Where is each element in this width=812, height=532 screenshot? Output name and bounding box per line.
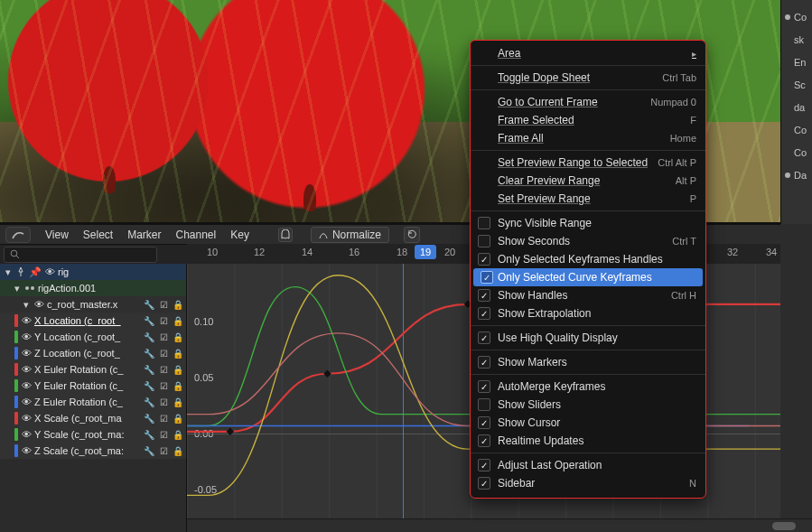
normalize-button[interactable]: Normalize: [311, 227, 389, 243]
menu-item[interactable]: Only Selected Keyframes Handles: [471, 250, 705, 268]
checkbox-icon[interactable]: ☑: [157, 412, 170, 425]
eye-icon[interactable]: 👁: [20, 315, 33, 326]
checkbox-icon[interactable]: ☑: [157, 444, 170, 457]
eye-icon[interactable]: 👁: [20, 429, 33, 440]
lock-icon[interactable]: 🔒: [172, 331, 184, 343]
editor-type-dropdown[interactable]: [5, 227, 31, 243]
tree-row-object[interactable]: ▾ 👁 c_root_master.x 🔧 ☑ 🔒: [0, 296, 186, 313]
menu-item[interactable]: Set Preview Range to SelectedCtrl Alt P: [471, 154, 705, 172]
property-link[interactable]: Da: [785, 163, 808, 186]
menu-marker[interactable]: Marker: [127, 229, 161, 241]
menu-item[interactable]: Show Extrapolation: [471, 304, 705, 322]
lock-icon[interactable]: 🔒: [172, 379, 184, 392]
wrench-icon[interactable]: 🔧: [143, 363, 155, 376]
eye-icon[interactable]: 👁: [43, 266, 56, 277]
property-link[interactable]: sk: [785, 28, 808, 51]
scrollbar-thumb[interactable]: [772, 522, 796, 530]
eye-icon[interactable]: 👁: [20, 445, 33, 456]
menu-key[interactable]: Key: [230, 229, 249, 241]
refresh-icon[interactable]: [404, 227, 420, 243]
channel-row[interactable]: 👁X Scale (c_root_ma🔧☑🔒: [0, 410, 186, 426]
channel-panel[interactable]: ▾ 📌 👁 rig ▾ rigAction.001 ▾ 👁 c_root_mas…: [0, 264, 187, 532]
menu-item[interactable]: Use High Quality Display: [471, 329, 705, 347]
wrench-icon[interactable]: 🔧: [143, 412, 155, 425]
menu-item[interactable]: Show HandlesCtrl H: [471, 286, 705, 304]
channel-row[interactable]: 👁X Euler Rotation (c_🔧☑🔒: [0, 361, 186, 378]
menu-item[interactable]: Realtime Updates: [471, 432, 705, 450]
playhead-frame-badge[interactable]: 19: [415, 245, 436, 259]
keyframe-handle[interactable]: [227, 428, 234, 435]
menu-item[interactable]: Set Preview RangeP: [471, 190, 705, 208]
wrench-icon[interactable]: 🔧: [143, 314, 155, 327]
menu-select[interactable]: Select: [83, 229, 113, 241]
tree-row-action[interactable]: ▾ rigAction.001: [0, 280, 186, 296]
checkbox-icon[interactable]: ☑: [157, 396, 170, 408]
channel-row[interactable]: 👁X Location (c_root_🔧☑🔒: [0, 313, 186, 329]
menu-item[interactable]: SidebarN: [471, 474, 705, 492]
menu-view[interactable]: View: [45, 229, 69, 241]
lock-icon[interactable]: 🔒: [172, 444, 184, 457]
wrench-icon[interactable]: 🔧: [143, 298, 155, 311]
menu-channel[interactable]: Channel: [176, 229, 217, 241]
checkbox-icon[interactable]: ☑: [157, 314, 170, 327]
ghost-icon[interactable]: [278, 228, 293, 242]
property-link[interactable]: da: [785, 96, 808, 118]
menu-item[interactable]: Clear Preview RangeAlt P: [471, 172, 705, 190]
menu-item[interactable]: Area▸: [471, 44, 705, 62]
property-link[interactable]: Co: [785, 5, 808, 28]
channel-row[interactable]: 👁Y Scale (c_root_ma:🔧☑🔒: [0, 426, 186, 443]
property-link[interactable]: En: [785, 51, 808, 73]
menu-item[interactable]: Sync Visible Range: [471, 214, 705, 232]
property-link[interactable]: Co: [785, 118, 808, 141]
channel-row[interactable]: 👁Z Euler Rotation (c_🔧☑🔒: [0, 394, 186, 410]
eye-icon[interactable]: 👁: [20, 397, 33, 407]
lock-icon[interactable]: 🔒: [172, 298, 184, 311]
channel-row[interactable]: 👁Z Location (c_root_🔧☑🔒: [0, 345, 186, 361]
lock-icon[interactable]: 🔒: [172, 396, 184, 408]
keyframe-handle[interactable]: [323, 370, 331, 378]
menu-item[interactable]: Go to Current FrameNumpad 0: [471, 93, 705, 111]
menu-item[interactable]: Show Cursor: [471, 414, 705, 432]
menu-item[interactable]: Show SecondsCtrl T: [471, 232, 705, 250]
pin-icon[interactable]: 📌: [29, 266, 42, 278]
wrench-icon[interactable]: 🔧: [143, 396, 155, 408]
wrench-icon[interactable]: 🔧: [143, 444, 155, 457]
view-context-menu[interactable]: Area▸Toggle Dope SheetCtrl TabGo to Curr…: [470, 40, 706, 499]
checkbox-icon[interactable]: ☑: [157, 347, 170, 359]
channel-row[interactable]: 👁Y Euler Rotation (c_🔧☑🔒: [0, 378, 186, 394]
checkbox-icon[interactable]: ☑: [157, 428, 170, 441]
wrench-icon[interactable]: 🔧: [143, 331, 155, 343]
menu-item[interactable]: Show Sliders: [471, 396, 705, 414]
menu-item[interactable]: AutoMerge Keyframes: [471, 378, 705, 396]
eye-icon[interactable]: 👁: [20, 413, 33, 424]
menu-item[interactable]: Frame AllHome: [471, 129, 705, 147]
checkbox-icon[interactable]: ☑: [157, 363, 170, 376]
lock-icon[interactable]: 🔒: [172, 314, 184, 327]
tree-row-rig[interactable]: ▾ 📌 👁 rig: [0, 264, 186, 280]
menu-item[interactable]: Show Markers: [471, 353, 705, 371]
property-link[interactable]: Sc: [785, 73, 808, 96]
checkbox-icon[interactable]: ☑: [157, 331, 170, 343]
horizontal-scrollbar[interactable]: [187, 518, 812, 532]
eye-icon[interactable]: 👁: [33, 299, 45, 310]
eye-icon[interactable]: 👁: [20, 364, 33, 375]
lock-icon[interactable]: 🔒: [172, 363, 184, 376]
lock-icon[interactable]: 🔒: [172, 347, 184, 359]
menu-item[interactable]: Only Selected Curve Keyframes: [473, 268, 703, 286]
lock-icon[interactable]: 🔒: [172, 428, 184, 441]
eye-icon[interactable]: 👁: [20, 380, 33, 391]
eye-icon[interactable]: 👁: [20, 331, 33, 342]
lock-icon[interactable]: 🔒: [172, 412, 184, 425]
checkbox-icon[interactable]: ☑: [157, 379, 170, 392]
checkbox-icon[interactable]: ☑: [157, 298, 170, 311]
wrench-icon[interactable]: 🔧: [143, 347, 155, 359]
menu-item[interactable]: Adjust Last Operation: [471, 456, 705, 474]
channel-row[interactable]: 👁Z Scale (c_root_ma:🔧☑🔒: [0, 443, 186, 459]
property-link[interactable]: Co: [785, 141, 808, 163]
menu-item[interactable]: Toggle Dope SheetCtrl Tab: [471, 69, 705, 87]
channel-search-input[interactable]: [4, 247, 157, 263]
menu-item[interactable]: Frame SelectedF: [471, 111, 705, 129]
eye-icon[interactable]: 👁: [20, 348, 33, 359]
wrench-icon[interactable]: 🔧: [143, 428, 155, 441]
channel-row[interactable]: 👁Y Location (c_root_🔧☑🔒: [0, 329, 186, 345]
